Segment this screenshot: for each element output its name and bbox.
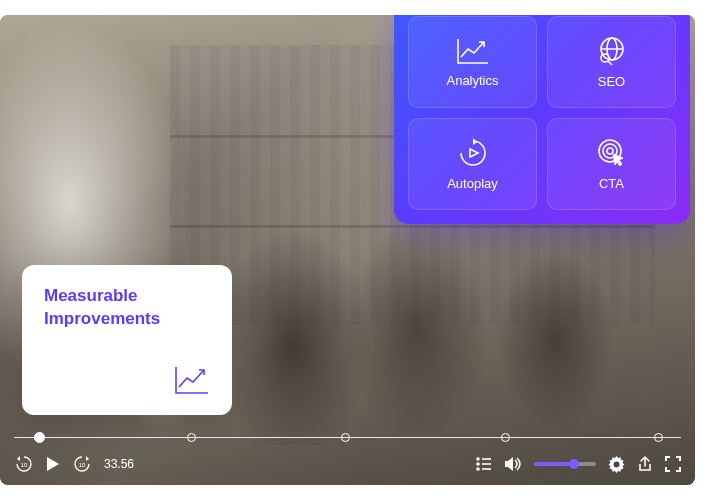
trend-up-icon [174,365,210,395]
timestamp: 33.56 [104,457,134,471]
play-button[interactable] [46,456,60,472]
svg-point-8 [477,458,479,460]
feature-label: Autoplay [447,176,498,191]
timeline-marker[interactable] [654,433,663,442]
svg-point-9 [477,463,479,465]
card-title: Measurable Improvements [44,285,210,331]
volume-button[interactable] [504,456,522,472]
svg-text:10: 10 [79,462,86,468]
features-panel: Analytics SEO Autoplay [394,15,690,224]
video-player: Analytics SEO Autoplay [0,15,695,485]
feature-tile-seo[interactable]: SEO [547,16,676,108]
feature-label: SEO [598,74,625,89]
svg-point-10 [477,468,479,470]
share-button[interactable] [637,456,653,472]
feature-tile-autoplay[interactable]: Autoplay [408,118,537,210]
cta-icon [595,138,629,168]
svg-point-11 [614,461,620,467]
forward-button[interactable]: 10 [72,454,92,474]
timeline-marker[interactable] [501,433,510,442]
rewind-button[interactable]: 10 [14,454,34,474]
timeline-thumb[interactable] [34,432,45,443]
measurable-improvements-card: Measurable Improvements [22,265,232,415]
volume-slider[interactable] [534,462,596,466]
chapters-button[interactable] [476,457,492,471]
timeline[interactable] [14,427,681,445]
feature-tile-analytics[interactable]: Analytics [408,16,537,108]
fullscreen-button[interactable] [665,456,681,472]
analytics-icon [456,37,490,65]
svg-point-5 [607,148,613,154]
volume-fill [534,462,571,466]
feature-tile-cta[interactable]: CTA [547,118,676,210]
player-controls: 10 10 33.56 [0,427,695,485]
settings-button[interactable] [608,456,625,473]
autoplay-icon [456,138,490,168]
timeline-marker[interactable] [187,433,196,442]
feature-label: CTA [599,176,624,191]
seo-icon [595,36,629,66]
svg-text:10: 10 [21,462,28,468]
timeline-marker[interactable] [341,433,350,442]
volume-thumb[interactable] [569,459,579,469]
feature-label: Analytics [446,73,498,88]
